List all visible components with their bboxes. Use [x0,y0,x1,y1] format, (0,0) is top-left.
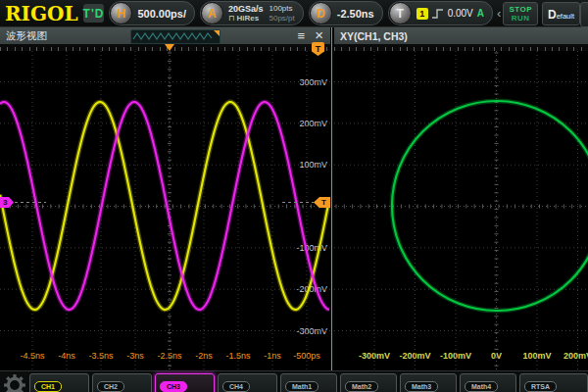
channel-cell-ch4[interactable]: CH4 100.00mV/ = Ω [218,373,277,392]
ch2-tab: CH2 [97,381,124,392]
trigger-level-value: 0.00V [448,8,473,19]
xy-view-titlebar: XY(CH1, CH3) [334,27,588,44]
trigger-sweep-mode: A [477,8,484,19]
close-icon[interactable]: × [315,27,323,43]
preview-zigzag-icon [131,30,218,42]
rigol-logo: RIGOL [5,2,78,25]
partial-button[interactable] [580,2,588,27]
math4-cell[interactable]: Math4 500.00mV/ [460,373,516,392]
ch4-tab: CH4 [222,381,250,392]
waveform-view-titlebar: 波形视图 ≡ × [0,27,330,44]
collapse-chevron-icon[interactable]: ‹ [497,6,501,21]
channel-cell-ch1[interactable]: CH1 100.00mV/ = Ω [29,373,89,392]
math2-cell[interactable]: Math2 17.32dB/ [340,373,397,392]
rising-edge-icon [431,7,444,20]
acquire-knob[interactable]: A [201,2,223,24]
delay-group[interactable]: D -2.50ns [309,1,383,25]
waveform-grid-area[interactable]: 300mV200mV100mV-100mV-200mV-300mV -4.5ns… [0,51,330,370]
math1-cell[interactable]: Math1 500.00mV/ [280,373,337,392]
square-wave-icon: ⊓ [228,14,234,23]
delay-knob[interactable]: D [310,2,332,24]
ch1-tab: CH1 [34,381,62,392]
xy-plot [334,51,588,370]
run-label: RUN [512,14,530,23]
trigger-position-marker[interactable] [165,44,174,51]
xy-grid-area[interactable]: -300mV-200mV-100mV0V100mV200mV [334,51,588,370]
ch3-tab: CH3 [160,381,187,392]
math4-tab: Math4 [465,381,498,392]
oscilloscope-screen: RIGOL T'D H 500.00ps/ A 20GSa/s ⊓ HiRes … [0,0,588,392]
trigger-source-badge: 1 [416,8,428,20]
preview-position-marker [214,30,220,36]
stop-label: STOP [509,5,532,14]
rtsa-cell[interactable]: RTSA C: 2.5GHz [519,373,588,392]
ch3-level-dashes [15,202,46,203]
acquire-mode: ⊓ HiRes [228,14,264,24]
menu-icon[interactable]: ≡ [297,29,305,42]
sample-resolution: 50ps/pt [269,14,294,24]
trigger-status-badge: T'D [83,4,105,23]
math1-tab: Math1 [285,381,318,392]
settings-gear-icon[interactable] [3,373,26,392]
memory-depth: 100pts [269,4,294,14]
right-tick-ruler [334,44,588,51]
math3-cell[interactable]: Math3 500.00mV/ [400,373,457,392]
sample-rate: 20GSa/s [228,4,264,14]
channel-status-bar: CH1 100.00mV/ = Ω CH2 200.00mV/ = Ω CH3 … [0,370,588,392]
horizontal-scale-value: 500.00ps/ [137,8,186,20]
horizontal-knob[interactable]: H [110,2,132,24]
default-label: Default [548,5,574,23]
waveform-plot [0,51,330,370]
default-button[interactable]: Default [542,2,580,25]
waveform-preview-strip[interactable] [130,29,220,44]
channel-cell-ch2[interactable]: CH2 200.00mV/ = Ω [92,373,152,392]
xy-view-title: XY(CH1, CH3) [340,30,408,42]
math3-tab: Math3 [405,381,438,392]
horizontal-scale-group[interactable]: H 500.00ps/ [109,1,195,25]
rtsa-tab: RTSA [524,381,557,392]
trigger-knob[interactable]: T [389,2,412,24]
acquisition-group[interactable]: A 20GSa/s ⊓ HiRes 100pts 50ps/pt [200,1,304,25]
math2-tab: Math2 [345,381,378,392]
top-toolbar: RIGOL T'D H 500.00ps/ A 20GSa/s ⊓ HiRes … [0,0,588,27]
channel-cell-ch3[interactable]: CH3 100.00mV/ = Ω [155,373,215,392]
stop-run-button[interactable]: STOP RUN [503,2,538,25]
trigger-group[interactable]: T 1 0.00V A [388,1,493,25]
waveform-view-title: 波形视图 [6,29,47,43]
trigger-level-dashes [282,202,314,203]
delay-value: -2.50ns [337,8,374,20]
